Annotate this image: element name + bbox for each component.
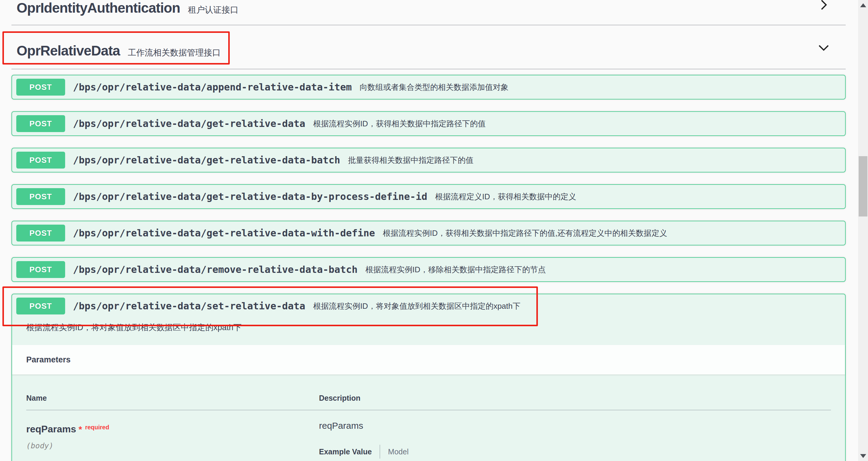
tab-divider <box>379 445 380 459</box>
column-header-description: Description <box>319 387 831 410</box>
endpoint-summary-set-relative-data[interactable]: POST /bps/opr/relative-data/set-relative… <box>12 294 845 318</box>
scroll-up-button[interactable] <box>858 0 868 10</box>
section-header-opr-identity-authentication[interactable]: OprIdentityAuthentication 租户认证接口 <box>11 0 846 25</box>
endpoint-detail-description: 根据流程实例ID，将对象值放到相关数据区中指定的xpath下 <box>12 318 845 345</box>
endpoint-description: 根据流程实例ID，获得相关数据中指定路径下的值,还有流程定义中的相关数据定义 <box>383 228 667 239</box>
endpoint-path: /bps/opr/relative-data/get-relative-data… <box>73 227 375 239</box>
post-method-badge: POST <box>16 152 65 168</box>
endpoint-description: 根据流程定义ID，获得相关数据中的定义 <box>435 191 576 202</box>
section-subtitle: 租户认证接口 <box>188 4 239 16</box>
api-content: OprIdentityAuthentication 租户认证接口 OprRela… <box>11 0 846 461</box>
tab-example-value[interactable]: Example Value <box>319 448 372 456</box>
column-header-name: Name <box>26 387 319 410</box>
example-model-tabs: Example Value Model <box>319 445 831 459</box>
parameter-description: reqParams <box>319 410 831 431</box>
endpoint-list: POST /bps/opr/relative-data/append-relat… <box>11 69 846 461</box>
post-method-badge: POST <box>16 298 65 314</box>
endpoint-row-set-relative-data-expanded: POST /bps/opr/relative-data/set-relative… <box>11 294 846 461</box>
parameters-title: Parameters <box>26 355 70 365</box>
endpoint-description: 根据流程实例ID，获得相关数据中指定路径下的值 <box>313 119 486 129</box>
endpoint-path: /bps/opr/relative-data/append-relative-d… <box>73 82 352 93</box>
parameter-location: (body) <box>26 441 319 450</box>
endpoint-row-append-relative-data-item[interactable]: POST /bps/opr/relative-data/append-relat… <box>11 75 846 99</box>
post-method-badge: POST <box>16 261 65 278</box>
post-method-badge: POST <box>16 188 65 205</box>
endpoint-row-get-relative-data-batch[interactable]: POST /bps/opr/relative-data/get-relative… <box>11 148 846 173</box>
endpoint-description: 批量获得相关数据中指定路径下的值 <box>348 155 473 165</box>
section-title: OprRelativeData <box>17 43 120 59</box>
endpoint-row-remove-relative-data-batch[interactable]: POST /bps/opr/relative-data/remove-relat… <box>11 257 846 282</box>
endpoint-path: /bps/opr/relative-data/get-relative-data <box>73 118 305 129</box>
required-label: required <box>85 424 109 431</box>
post-method-badge: POST <box>16 115 65 132</box>
vertical-scrollbar[interactable] <box>858 0 868 461</box>
tab-model[interactable]: Model <box>388 448 408 456</box>
section-header-opr-relative-data[interactable]: OprRelativeData 工作流相关数据管理接口 <box>11 25 846 69</box>
required-asterisk: * <box>79 424 82 434</box>
endpoint-path: /bps/opr/relative-data/get-relative-data… <box>73 191 427 202</box>
parameter-description-cell: reqParams Example Value Model <box>319 410 831 459</box>
parameters-header-bar: Parameters <box>12 345 845 374</box>
endpoint-row-get-relative-data-with-define[interactable]: POST /bps/opr/relative-data/get-relative… <box>11 221 846 245</box>
scroll-down-button[interactable] <box>858 451 868 461</box>
chevron-down-icon <box>818 42 829 53</box>
scroll-up-arrow-icon <box>860 3 866 7</box>
endpoint-path: /bps/opr/relative-data/set-relative-data <box>73 300 305 312</box>
parameters-table: Name Description reqParams*required (bod… <box>12 374 845 461</box>
swagger-api-page: OprIdentityAuthentication 租户认证接口 OprRela… <box>0 0 868 461</box>
endpoint-path: /bps/opr/relative-data/get-relative-data… <box>73 154 340 166</box>
section-subtitle: 工作流相关数据管理接口 <box>128 47 221 59</box>
endpoint-path: /bps/opr/relative-data/remove-relative-d… <box>73 264 358 275</box>
post-method-badge: POST <box>16 79 65 96</box>
endpoint-description: 向数组或者集合类型的相关数据添加值对象 <box>360 82 508 93</box>
section-title: OprIdentityAuthentication <box>17 0 180 16</box>
post-method-badge: POST <box>16 225 65 242</box>
scroll-down-arrow-icon <box>860 454 866 458</box>
endpoint-row-get-relative-data[interactable]: POST /bps/opr/relative-data/get-relative… <box>11 111 846 136</box>
parameter-name: reqParams <box>26 424 76 434</box>
endpoint-description: 根据流程实例ID，将对象值放到相关数据区中指定的xpath下 <box>313 301 521 311</box>
endpoint-description: 根据流程实例ID，移除相关数据中指定路径下的节点 <box>365 265 546 275</box>
scrollbar-thumb[interactable] <box>859 156 867 216</box>
endpoint-row-get-relative-data-by-process-define-id[interactable]: POST /bps/opr/relative-data/get-relative… <box>11 184 846 209</box>
parameter-name-cell: reqParams*required (body) <box>26 410 319 459</box>
chevron-right-icon <box>818 0 829 10</box>
